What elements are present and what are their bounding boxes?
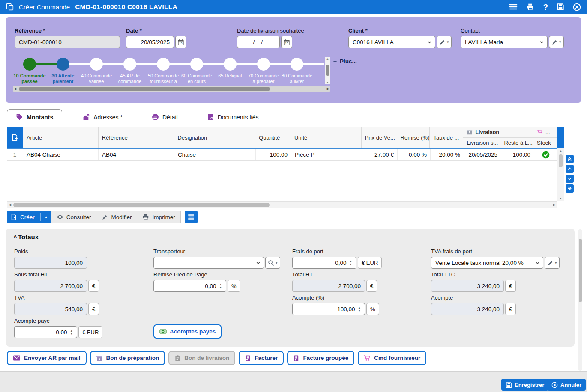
cell-livraison-souhaitee[interactable]: 20/05/2025 (464, 149, 501, 160)
step-circle[interactable] (157, 58, 170, 71)
cell-reference[interactable]: AB04 (99, 149, 174, 160)
cell-prix[interactable]: 27,00 € (362, 149, 398, 160)
col-quantite[interactable]: Quantité (255, 127, 291, 148)
date-calendar-button[interactable]: 15 (175, 36, 186, 48)
cell-designation[interactable]: Chaise (174, 149, 256, 160)
col-remise[interactable]: Remise (%) (397, 127, 430, 148)
col-taux[interactable]: Taux de ... (430, 127, 463, 148)
step-circle[interactable] (257, 58, 270, 71)
tab-adresses[interactable]: Adresses * (74, 109, 131, 125)
stock-group-header[interactable]: ... (533, 127, 557, 137)
col-designation[interactable]: Désignation (174, 127, 255, 148)
transporteur-select[interactable] (153, 257, 264, 269)
step-circle[interactable] (324, 58, 324, 71)
bon-de-preparation-button[interactable]: Bon de préparation (90, 351, 165, 365)
help-icon[interactable]: ? (543, 3, 548, 11)
col-reference[interactable]: Référence (99, 127, 174, 148)
col-reste-a-livrer[interactable]: Reste à L... (500, 138, 533, 148)
step-circle[interactable] (190, 58, 203, 71)
print-line-button[interactable]: Imprimer (137, 211, 180, 223)
delivery-date-input[interactable]: __/__/____ (237, 36, 280, 48)
cell-taux[interactable]: 20,00 % (431, 149, 464, 160)
remise-pied-de-page-input[interactable]: 0,00 ▲▼ (153, 280, 226, 292)
delivery-calendar-button[interactable]: 15 (281, 36, 292, 48)
save-button[interactable]: Enregistrer (501, 379, 548, 391)
contact-select[interactable]: LAVILLA Maria (461, 36, 548, 48)
tva-edit-button[interactable]: ▾ (545, 257, 560, 269)
tva-frais-de-port-select[interactable]: Vente Locale taux normal 20,00 % (431, 257, 543, 269)
move-row-up-button[interactable] (566, 165, 574, 173)
table-row[interactable]: 1 AB04 Chaise AB04 Chaise 100,00 Pièce P… (7, 148, 564, 161)
frais-de-port-input[interactable]: 0,00 ▲▼ (292, 257, 356, 269)
grid-vertical-scrollbar[interactable]: ▲ ▼ (557, 148, 564, 201)
step-8[interactable]: 70 Commande à préparer (247, 57, 280, 84)
scrollbar-thumb[interactable] (579, 239, 582, 302)
scroll-right-arrow[interactable]: ▶ (553, 203, 556, 207)
tab-montants[interactable]: Montants (7, 109, 62, 125)
step-10[interactable]: 90 (314, 57, 324, 84)
acomptes-payes-button[interactable]: Acomptes payés (153, 324, 222, 339)
cancel-button[interactable]: Annuler (547, 379, 586, 391)
tab-detail[interactable]: Détail (143, 109, 186, 125)
envoyer-ar-par-mail-button[interactable]: Envoyer AR par mail (7, 351, 87, 365)
cell-stock-status[interactable] (534, 149, 558, 160)
cell-remise[interactable]: 0,00 % (398, 149, 431, 160)
grid-horizontal-scrollbar[interactable]: ◀ ▶ (7, 201, 557, 208)
col-unite[interactable]: Unité (291, 127, 362, 148)
scrollbar-thumb[interactable] (19, 87, 270, 91)
col-article[interactable]: Article (23, 127, 99, 148)
acompte-pct-input[interactable]: 100,00 ▲▼ (292, 303, 365, 315)
number-spinner[interactable]: ▲▼ (70, 330, 73, 335)
frais-currency-button[interactable]: € EUR (358, 257, 382, 269)
acompte-paye-input[interactable]: 0,00 ▲▼ (14, 326, 77, 338)
move-row-top-button[interactable] (566, 155, 574, 163)
scroll-up-arrow[interactable]: ▲ (557, 149, 564, 152)
cmd-fournisseur-button[interactable]: Cmd fournisseur (358, 351, 426, 365)
col-livraison-souhaitee[interactable]: Livraison s... (463, 138, 500, 148)
step-circle[interactable] (224, 58, 237, 71)
plus-expander[interactable]: Plus... (332, 58, 357, 65)
step-6[interactable]: 60 Commande en cours (180, 57, 213, 84)
number-spinner[interactable]: ▲▼ (350, 260, 352, 266)
scroll-up-arrow[interactable]: ▲ (325, 57, 330, 60)
step-1[interactable]: 10 Commande passée (13, 57, 46, 84)
cell-reste-a-livrer[interactable]: 100,00 (501, 149, 534, 160)
cell-article[interactable]: AB04 Chaise (23, 149, 99, 160)
modify-line-button[interactable]: Modifier (96, 211, 137, 223)
acompte-currency-button[interactable]: € EUR (78, 326, 102, 338)
client-select[interactable]: C0016 LAVILLA (348, 36, 435, 48)
stepper-vertical-scrollbar[interactable]: ▲ ▼ (325, 57, 330, 84)
client-edit-button[interactable]: ▾ (437, 36, 452, 48)
step-circle[interactable] (291, 58, 303, 71)
scroll-down-arrow[interactable]: ▼ (325, 81, 330, 84)
toolbar-menu-button[interactable] (185, 211, 198, 223)
contact-edit-button[interactable]: ▾ (549, 36, 564, 48)
col-stock[interactable]: Stock (533, 138, 557, 148)
move-row-bottom-button[interactable] (566, 184, 574, 193)
step-circle[interactable] (123, 58, 136, 71)
stepper-horizontal-scrollbar[interactable]: ◀ ▶ (13, 86, 330, 92)
scroll-left-arrow[interactable]: ◀ (14, 87, 16, 91)
step-4[interactable]: 45 AR de commande (113, 57, 147, 84)
caret-up-icon[interactable]: ▲ (45, 215, 48, 219)
transporteur-search-button[interactable]: ▾ (265, 257, 280, 269)
scrollbar-thumb[interactable] (13, 203, 270, 207)
totaux-collapser[interactable]: ^ Totaux (14, 233, 39, 241)
consult-line-button[interactable]: Consulter (51, 211, 97, 223)
save-icon[interactable] (557, 3, 564, 11)
tab-documents-lies[interactable]: Documents liés (198, 109, 267, 125)
step-7[interactable]: 65 Reliquat (213, 57, 247, 84)
create-line-button[interactable]: Créer ▲ (7, 211, 51, 223)
facture-groupee-button[interactable]: Facture groupée (287, 351, 354, 365)
scrollbar-thumb[interactable] (326, 65, 329, 76)
step-9[interactable]: 80 Commande à livrer (280, 57, 314, 84)
date-input[interactable]: 20/05/2025 (126, 36, 174, 48)
livraison-group-header[interactable]: Livraison (463, 127, 533, 137)
scroll-left-arrow[interactable]: ◀ (9, 203, 11, 207)
number-spinner[interactable]: ▲▼ (358, 306, 361, 312)
scrollbar-thumb[interactable] (559, 154, 563, 167)
step-circle[interactable] (23, 58, 36, 71)
close-icon[interactable] (573, 3, 581, 11)
grid-column-menu-button[interactable] (557, 127, 564, 148)
cell-quantite[interactable]: 100,00 (256, 149, 291, 160)
